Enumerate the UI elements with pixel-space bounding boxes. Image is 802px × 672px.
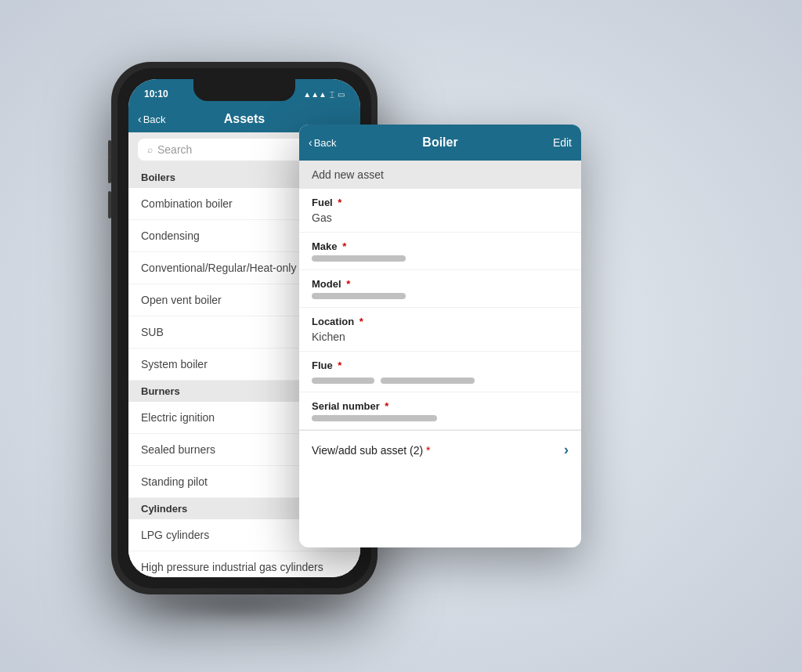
add-asset-label: Add new asset <box>299 161 581 189</box>
flue-inputs <box>312 374 569 384</box>
serial-required-marker: * <box>382 400 389 412</box>
list-item[interactable]: High pressure industrial gas cylinders <box>128 551 360 577</box>
model-field: Model * <box>299 270 581 308</box>
serial-number-field: Serial number * <box>299 392 581 430</box>
status-icons: ▲▲▲ ⌶ ▭ <box>303 90 345 99</box>
battery-icon: ▭ <box>338 90 345 99</box>
search-icon: ⌕ <box>147 144 153 155</box>
location-label: Location * <box>312 316 569 327</box>
flue-label: Flue * <box>312 359 569 371</box>
detail-panel: ‹ Back Boiler Edit Add new asset Fuel * … <box>299 125 581 547</box>
wifi-icon: ⌶ <box>330 90 334 99</box>
phone-shadow <box>127 594 362 618</box>
mute-button <box>108 140 111 157</box>
vol-up-button <box>108 156 111 183</box>
location-required-marker: * <box>356 316 363 327</box>
serial-number-input[interactable] <box>312 415 437 421</box>
location-field: Location * Kichen <box>299 308 581 352</box>
sub-asset-required-marker: * <box>423 444 430 457</box>
sub-asset-chevron-icon: › <box>564 442 569 458</box>
notch <box>193 79 295 101</box>
flue-required-marker: * <box>335 359 342 371</box>
sub-asset-row[interactable]: View/add sub asset (2) * › <box>299 430 581 469</box>
make-field: Make * <box>299 233 581 270</box>
background: 10:10 ▲▲▲ ⌶ ▭ ‹ Back Assets <box>0 0 802 672</box>
location-value[interactable]: Kichen <box>312 331 569 343</box>
boiler-back-button[interactable]: ‹ Back <box>309 136 337 149</box>
boiler-back-label: Back <box>314 137 337 149</box>
boiler-nav-bar: ‹ Back Boiler Edit <box>299 125 581 161</box>
boiler-edit-button[interactable]: Edit <box>553 136 572 149</box>
search-placeholder: Search <box>157 143 192 156</box>
vol-down-button <box>108 191 111 219</box>
assets-back-label: Back <box>143 114 166 125</box>
back-chevron-icon: ‹ <box>138 113 142 125</box>
serial-number-label: Serial number * <box>312 400 569 412</box>
flue-input-1[interactable] <box>312 378 374 384</box>
boiler-form: Fuel * Gas Make * Model * <box>299 189 581 547</box>
fuel-value[interactable]: Gas <box>312 211 569 224</box>
model-required-marker: * <box>344 278 351 290</box>
boiler-back-chevron-icon: ‹ <box>309 136 312 149</box>
fuel-field: Fuel * Gas <box>299 189 581 233</box>
scene: 10:10 ▲▲▲ ⌶ ▭ ‹ Back Assets <box>64 31 738 641</box>
status-time: 10:10 <box>144 89 168 99</box>
fuel-required-marker: * <box>335 197 342 208</box>
fuel-label: Fuel * <box>312 197 569 208</box>
flue-field: Flue * <box>299 352 581 392</box>
assets-nav-title: Assets <box>224 112 265 126</box>
sub-asset-label: View/add sub asset (2) * <box>312 444 431 457</box>
model-input[interactable] <box>312 293 406 299</box>
make-required-marker: * <box>340 240 347 252</box>
flue-input-2[interactable] <box>381 378 475 384</box>
make-label: Make * <box>312 240 569 252</box>
model-label: Model * <box>312 278 569 290</box>
signal-icon: ▲▲▲ <box>303 90 327 99</box>
make-input[interactable] <box>312 255 406 262</box>
boiler-nav-title: Boiler <box>422 135 457 150</box>
assets-back-button[interactable]: ‹ Back <box>138 113 166 125</box>
